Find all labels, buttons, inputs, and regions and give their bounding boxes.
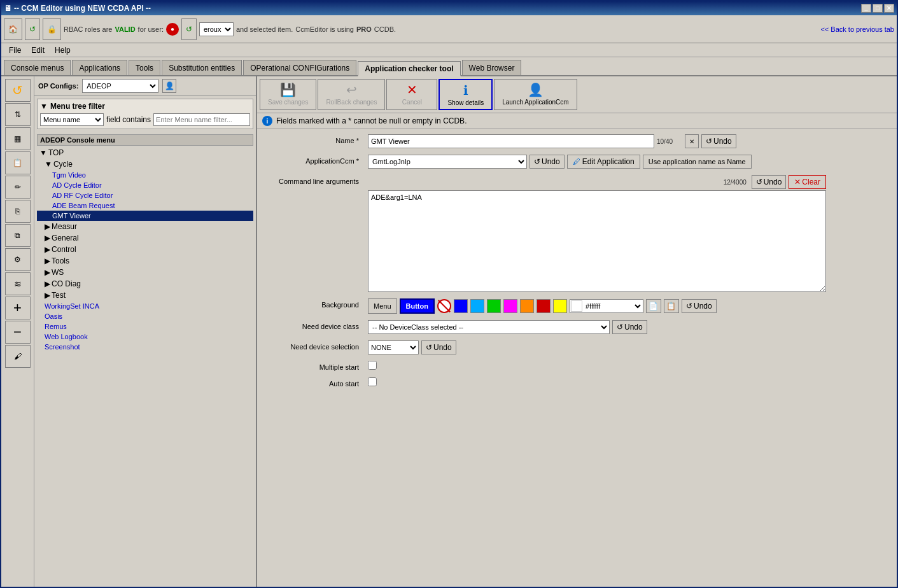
lock-icon: 🔒 bbox=[47, 25, 57, 34]
filter-field-select[interactable]: Menu name bbox=[40, 113, 104, 126]
name-clear-button[interactable]: ✕ bbox=[685, 134, 699, 148]
tree-item-oasis[interactable]: Oasis bbox=[37, 311, 253, 321]
no-color-button[interactable] bbox=[437, 299, 451, 313]
side-list-button[interactable]: 📋 bbox=[5, 151, 31, 174]
multiple-start-row: Multiple start bbox=[262, 361, 892, 371]
cmd-clear-button[interactable]: ✕ Clear bbox=[789, 175, 826, 189]
back-to-previous-tab[interactable]: << Back to previous tab bbox=[820, 25, 894, 33]
multiple-start-checkbox[interactable] bbox=[368, 361, 377, 370]
tree-group-cycle[interactable]: ▼ Cycle bbox=[37, 158, 253, 170]
menu-file[interactable]: File bbox=[4, 45, 26, 56]
cmd-textarea[interactable]: ADE&arg1=LNA bbox=[368, 190, 826, 292]
op-configs-action-button[interactable]: 👤 bbox=[162, 79, 176, 93]
tree-group-tools[interactable]: ▶ Tools bbox=[37, 255, 253, 267]
color-dropdown[interactable] bbox=[628, 301, 643, 311]
side-copy-button[interactable]: ⎘ bbox=[5, 200, 31, 223]
side-remove-button[interactable]: − bbox=[5, 321, 31, 344]
tree-item-screenshot[interactable]: Screenshot bbox=[37, 342, 253, 352]
menu-edit[interactable]: Edit bbox=[26, 45, 50, 56]
tree-group-measur[interactable]: ▶ Measur bbox=[37, 221, 253, 232]
side-plugin-button[interactable]: ⚙ bbox=[5, 248, 31, 271]
op-configs-select[interactable]: ADEOP bbox=[82, 79, 158, 93]
color-swatch-blue[interactable] bbox=[454, 299, 468, 313]
cmd-undo-button[interactable]: ↺ Undo bbox=[752, 175, 787, 189]
filter-input[interactable] bbox=[153, 113, 250, 126]
tree-item-ad-rf-cycle-editor[interactable]: AD RF Cycle Editor bbox=[37, 190, 253, 200]
color-swatch-red[interactable] bbox=[537, 299, 551, 313]
rollback-button[interactable]: ↩ RollBack changes bbox=[318, 79, 385, 110]
tab-operational[interactable]: OPerational CONFIGurations bbox=[243, 60, 356, 75]
color-hex-input[interactable] bbox=[583, 302, 628, 310]
side-move-button[interactable]: ⇅ bbox=[5, 103, 31, 126]
name-input[interactable] bbox=[368, 134, 654, 148]
side-refresh-button[interactable]: ↺ bbox=[5, 79, 31, 102]
tab-substitution[interactable]: Substitution entities bbox=[162, 60, 242, 75]
app-ccm-select[interactable]: GmtLogJnIp bbox=[368, 155, 527, 169]
side-stack-icon: ⧉ bbox=[15, 231, 20, 240]
tree-group-co-diag[interactable]: ▶ CO Diag bbox=[37, 278, 253, 290]
name-undo-button[interactable]: ↺ Undo bbox=[701, 134, 736, 148]
cancel-button[interactable]: ✕ Cancel bbox=[386, 79, 437, 110]
color-swatch-magenta[interactable] bbox=[503, 299, 517, 313]
side-view-button[interactable]: ▦ bbox=[5, 127, 31, 150]
tree-top[interactable]: ▼ TOP bbox=[37, 147, 253, 158]
color-swatch-lightblue[interactable] bbox=[470, 299, 484, 313]
color-swatch-green[interactable] bbox=[487, 299, 501, 313]
maximize-button[interactable]: □ bbox=[873, 4, 883, 13]
device-selection-undo-button[interactable]: ↺ Undo bbox=[421, 340, 456, 354]
save-changes-button[interactable]: 💾 Save changes bbox=[260, 79, 316, 110]
home-icon: 🏠 bbox=[8, 25, 18, 34]
copy-color-button[interactable]: 📄 bbox=[646, 299, 661, 313]
device-class-undo-button[interactable]: ↺ Undo bbox=[612, 320, 647, 334]
device-class-select[interactable]: -- No DeviceClass selected -- bbox=[368, 320, 610, 334]
tree-item-gmt-viewer[interactable]: GMT Viewer bbox=[37, 211, 253, 221]
show-details-button[interactable]: ℹ Show details bbox=[438, 79, 493, 110]
use-app-name-button[interactable]: Use application name as Name bbox=[643, 155, 752, 169]
app-ccm-undo-button[interactable]: ↺ Undo bbox=[530, 155, 565, 169]
tab-browser[interactable]: Web Browser bbox=[462, 60, 522, 75]
user-select[interactable]: eroux bbox=[199, 22, 234, 36]
paste-color-button[interactable]: 📋 bbox=[664, 299, 679, 313]
color-swatch-orange[interactable] bbox=[520, 299, 534, 313]
side-edit-button[interactable]: ✏ bbox=[5, 176, 31, 199]
tree-group-test[interactable]: ▶ Test bbox=[37, 290, 253, 301]
side-add-button[interactable]: + bbox=[5, 297, 31, 319]
tree-item-workingset-inca[interactable]: WorkingSet INCA bbox=[37, 301, 253, 311]
bg-button-button[interactable]: Button bbox=[400, 298, 435, 314]
tree-item-ad-cycle-editor[interactable]: AD Cycle Editor bbox=[37, 180, 253, 190]
menu-help[interactable]: Help bbox=[50, 45, 76, 56]
refresh-button[interactable]: ↺ bbox=[25, 18, 40, 40]
tree-cycle-label: Cycle bbox=[53, 160, 73, 169]
tree-group-control[interactable]: ▶ Control bbox=[37, 244, 253, 255]
tree-group-general[interactable]: ▶ General bbox=[37, 232, 253, 244]
tree-item-ade-beam-request[interactable]: ADE Beam Request bbox=[37, 200, 253, 211]
close-button[interactable]: ✕ bbox=[884, 4, 894, 13]
tree-group-ws[interactable]: ▶ WS bbox=[37, 267, 253, 278]
minimize-button[interactable]: _ bbox=[861, 4, 871, 13]
tab-tools[interactable]: Tools bbox=[129, 60, 160, 75]
side-graph-button[interactable]: ≋ bbox=[5, 272, 31, 295]
edit-application-button[interactable]: 🖊 Edit Application bbox=[567, 155, 640, 169]
side-view-icon: ▦ bbox=[14, 134, 21, 143]
lock-button[interactable]: 🔒 bbox=[43, 18, 61, 40]
tree-item-tgm-video[interactable]: Tgm Video bbox=[37, 170, 253, 180]
auto-start-checkbox[interactable] bbox=[368, 377, 377, 386]
device-class-label: Need device class bbox=[262, 320, 364, 330]
side-flag-button[interactable]: 🖌 bbox=[5, 345, 31, 368]
device-selection-select[interactable]: NONE bbox=[368, 340, 419, 354]
tab-checker[interactable]: Application checker tool bbox=[358, 61, 460, 76]
tab-console[interactable]: Console menus bbox=[4, 60, 71, 75]
color-swatch-yellow[interactable] bbox=[553, 299, 567, 313]
bg-menu-button[interactable]: Menu bbox=[368, 298, 397, 314]
side-toolbar: ↺ ⇅ ▦ 📋 ✏ ⎘ ⧉ ⚙ ≋ bbox=[1, 76, 34, 588]
user-refresh-button[interactable]: ↺ bbox=[181, 18, 197, 40]
tab-applications[interactable]: Applications bbox=[72, 60, 127, 75]
tree-item-remus[interactable]: Remus bbox=[37, 321, 253, 332]
cmd-clear-icon: ✕ bbox=[794, 178, 801, 186]
side-stack-button[interactable]: ⧉ bbox=[5, 224, 31, 247]
launch-button[interactable]: 👤 Launch ApplicationCcm bbox=[494, 79, 577, 110]
bg-undo-button[interactable]: ↺ Undo bbox=[682, 299, 717, 313]
home-button[interactable]: 🏠 bbox=[4, 18, 22, 40]
tree-item-web-logbook[interactable]: Web Logbook bbox=[37, 332, 253, 342]
tree-measur-label: Measur bbox=[52, 222, 77, 231]
